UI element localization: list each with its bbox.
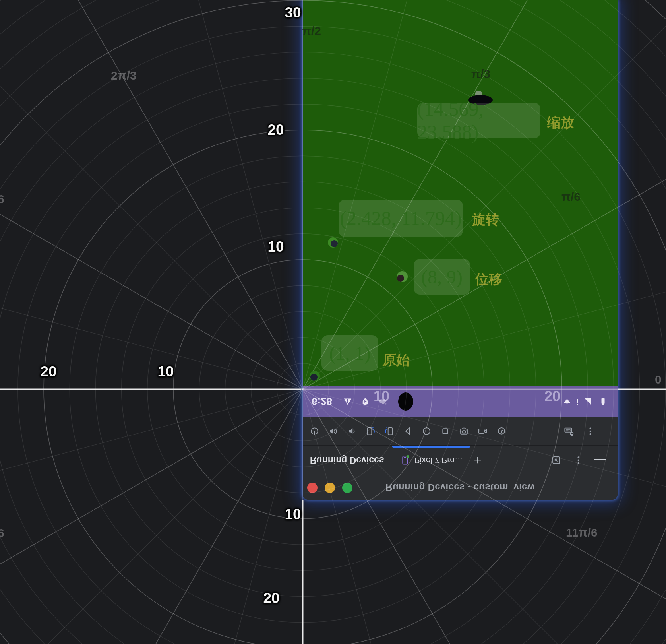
volume-up-icon[interactable] xyxy=(327,425,339,437)
angle-2pi-3: 2π/3 xyxy=(111,69,121,79)
tick-r10-up: 10 xyxy=(267,239,284,255)
tick-r20-left: 20 xyxy=(40,363,56,380)
window-title: Running Devices - custom_view xyxy=(303,475,618,500)
record-screen-icon[interactable] xyxy=(476,425,488,437)
open-in-new-window-icon[interactable] xyxy=(550,454,562,466)
signal-icon xyxy=(582,396,594,407)
home-icon[interactable] xyxy=(420,425,432,437)
angle-7pi-6-fragment: 6 xyxy=(0,526,8,537)
rotate-left-icon[interactable] xyxy=(364,425,376,437)
tick-r20-up: 20 xyxy=(267,122,284,138)
panel-title: Running Devices xyxy=(310,455,384,466)
tick-r10-down: 10 xyxy=(285,506,301,523)
alert-triangle-icon xyxy=(342,396,354,407)
device-tab-pixel-7-pro[interactable]: Pixel 7 Pro… xyxy=(397,446,465,475)
play-protect-shield-icon xyxy=(359,396,371,407)
snapshots-icon[interactable] xyxy=(495,425,507,437)
camera-punch-hole xyxy=(398,392,413,411)
android-status-bar: 6:28 i xyxy=(303,386,618,417)
tick-r30: 30 xyxy=(285,4,301,21)
device-screen[interactable] xyxy=(303,0,618,386)
hide-panel-button[interactable]: — xyxy=(594,454,606,466)
take-screenshot-icon[interactable] xyxy=(458,425,470,437)
rotate-right-icon[interactable] xyxy=(383,425,395,437)
angle-11pi-6: 11π/6 xyxy=(566,526,576,536)
wifi-info-mark: i xyxy=(576,397,579,406)
device-toolbar xyxy=(303,417,618,445)
add-device-tab-button[interactable]: + xyxy=(472,453,484,467)
weather-icon xyxy=(377,396,389,407)
window-title-bar[interactable]: Running Devices - custom_view xyxy=(303,475,618,500)
hardware-input-icon[interactable] xyxy=(563,425,575,437)
status-clock: 6:28 xyxy=(312,396,332,408)
toolbar-more-options-icon[interactable] xyxy=(584,425,596,437)
tab-more-options-icon[interactable] xyxy=(572,454,584,466)
tab-bar: Running Devices Pixel 7 Pro… + — xyxy=(303,445,618,475)
phone-device-icon xyxy=(399,454,411,466)
angle-5pi-6-fragment: 6 xyxy=(0,192,8,203)
volume-down-icon[interactable] xyxy=(346,425,358,437)
screenshot-stage: Running Devices - custom_view Running De… xyxy=(0,0,666,644)
tick-r10-left: 10 xyxy=(157,363,174,380)
angle-0: 0 xyxy=(655,373,665,383)
running-devices-window: Running Devices - custom_view Running De… xyxy=(303,0,618,500)
back-icon[interactable] xyxy=(402,425,414,437)
device-tab-label: Pixel 7 Pro… xyxy=(414,456,463,465)
tick-r20-down: 20 xyxy=(263,590,279,607)
battery-icon xyxy=(597,396,609,407)
overview-icon[interactable] xyxy=(439,425,451,437)
active-tab-indicator xyxy=(392,446,470,448)
power-icon[interactable] xyxy=(308,425,320,437)
wifi-icon xyxy=(561,396,573,407)
